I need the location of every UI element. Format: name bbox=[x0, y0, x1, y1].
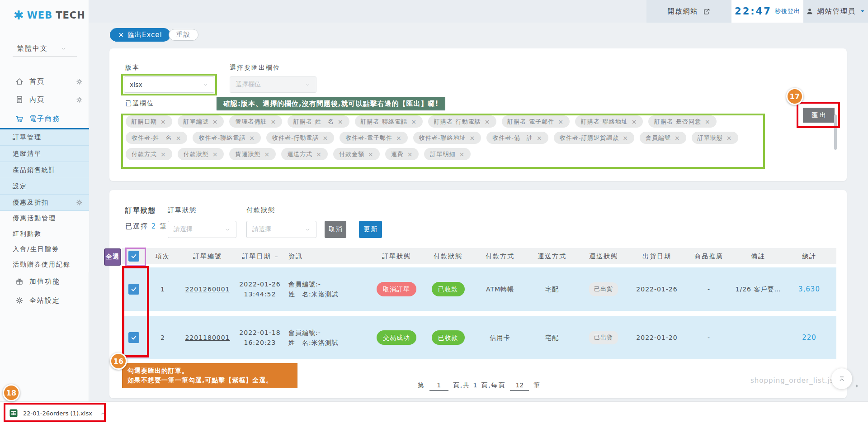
remove-tag-icon[interactable]: × bbox=[212, 151, 218, 158]
page-number-input[interactable] bbox=[429, 380, 448, 391]
reset-button[interactable]: 重設 bbox=[169, 29, 198, 41]
order-number-link[interactable]: 2201260001 bbox=[185, 286, 230, 293]
remove-tag-icon[interactable]: × bbox=[212, 118, 218, 125]
row-checkbox[interactable] bbox=[128, 332, 139, 343]
field-tag[interactable]: 收件者-聯絡地址× bbox=[413, 132, 481, 144]
logo[interactable]: ✱ WEB TECH bbox=[14, 9, 85, 21]
field-tag[interactable]: 收件者-備 註× bbox=[486, 132, 548, 144]
sidebar-item-0[interactable]: 首頁 bbox=[0, 72, 89, 91]
remove-tag-icon[interactable]: × bbox=[396, 134, 402, 142]
update-button[interactable]: 更新 bbox=[359, 221, 382, 238]
scroll-right-arrow-icon[interactable] bbox=[854, 383, 860, 389]
sidebar-item-9[interactable]: 紅利點數 bbox=[0, 226, 89, 242]
version-select[interactable]: xlsx bbox=[124, 76, 214, 93]
field-tag[interactable]: 收件者-姓 名× bbox=[126, 132, 187, 144]
gear-icon[interactable] bbox=[75, 78, 83, 86]
remove-tag-icon[interactable]: × bbox=[705, 118, 711, 125]
field-tag[interactable]: 訂購者-電子郵件× bbox=[502, 115, 570, 128]
downloaded-file-item[interactable]: 22-01-26orders (1).xlsx bbox=[9, 402, 106, 424]
sidebar-item-6[interactable]: 設定 bbox=[0, 178, 89, 195]
select-all-checkbox[interactable] bbox=[128, 251, 139, 262]
field-tag[interactable]: 訂購者-聯絡地址× bbox=[575, 115, 643, 128]
field-tag[interactable]: 收件者-聯絡電話× bbox=[193, 132, 260, 144]
field-tag[interactable]: 收件者-行動電話× bbox=[266, 132, 334, 144]
remove-tag-icon[interactable]: × bbox=[160, 118, 166, 125]
remove-tag-icon[interactable]: × bbox=[264, 151, 270, 158]
remove-tag-icon[interactable]: × bbox=[632, 118, 637, 125]
export-button[interactable]: 匯出 bbox=[803, 108, 835, 123]
remove-tag-icon[interactable]: × bbox=[176, 134, 182, 142]
field-tag[interactable]: 訂單編號× bbox=[178, 115, 224, 128]
field-tag[interactable]: 訂購者-姓 名× bbox=[288, 115, 349, 128]
remove-tag-icon[interactable]: × bbox=[726, 134, 732, 142]
scrollbar-thumb[interactable] bbox=[834, 114, 837, 150]
field-tag[interactable]: 訂購者-行動電話× bbox=[428, 115, 496, 128]
remove-tag-icon[interactable]: × bbox=[485, 118, 491, 125]
field-tag[interactable]: 會員編號× bbox=[640, 132, 686, 144]
field-tag[interactable]: 付款金額× bbox=[333, 148, 380, 160]
remove-tag-icon[interactable]: × bbox=[407, 151, 413, 158]
field-tag[interactable]: 貨運狀態× bbox=[229, 148, 276, 160]
fields-select[interactable]: 選擇欄位 bbox=[230, 76, 316, 93]
field-tag[interactable]: 收件者-電子郵件× bbox=[340, 132, 407, 144]
field-tag[interactable]: 付款狀態× bbox=[178, 148, 224, 160]
external-link-icon bbox=[703, 8, 711, 15]
sort-indicator-icon[interactable]: – bbox=[275, 252, 278, 260]
admin-menu[interactable]: 網站管理員 bbox=[803, 0, 868, 23]
field-tag[interactable]: 訂購者-聯絡電話× bbox=[355, 115, 423, 128]
language-selector[interactable]: 繁體中文 bbox=[17, 44, 66, 53]
remove-tag-icon[interactable]: × bbox=[459, 151, 465, 158]
remove-tag-icon[interactable]: × bbox=[270, 118, 276, 125]
remove-tag-icon[interactable]: × bbox=[316, 151, 322, 158]
sidebar-item-label: 內頁 bbox=[29, 95, 45, 104]
sidebar-item-3[interactable]: 訂單管理 bbox=[0, 129, 89, 146]
sidebar-item-1[interactable]: 內頁 bbox=[0, 91, 89, 109]
order-status-select[interactable]: 請選擇 bbox=[168, 221, 236, 238]
sidebar-item-4[interactable]: 追蹤清單 bbox=[0, 146, 89, 162]
remove-tag-icon[interactable]: × bbox=[249, 134, 255, 142]
field-tag[interactable]: 訂單明細× bbox=[424, 148, 471, 160]
payment-status-filter-label: 付款狀態 bbox=[246, 206, 275, 214]
sidebar-item-2[interactable]: 電子商務 bbox=[0, 110, 89, 129]
row-checkbox[interactable] bbox=[128, 284, 139, 295]
scroll-to-top-button[interactable] bbox=[831, 368, 852, 389]
field-tag[interactable]: 管理者備註× bbox=[229, 115, 282, 128]
sidebar-item-12[interactable]: 加值功能 bbox=[0, 272, 89, 291]
cancel-button[interactable]: 取消 bbox=[325, 221, 346, 238]
remove-tag-icon[interactable]: × bbox=[469, 134, 475, 142]
remove-tag-icon[interactable]: × bbox=[623, 134, 628, 142]
column-header[interactable]: 訂單日期– bbox=[235, 251, 285, 261]
field-tag[interactable]: 收件者-訂購退貨調款× bbox=[554, 132, 634, 144]
remove-tag-icon[interactable]: × bbox=[338, 118, 344, 125]
export-excel-button[interactable]: 匯出Excel bbox=[110, 28, 170, 42]
field-tag-label: 訂購者-行動電話 bbox=[434, 118, 481, 126]
field-tag[interactable]: 訂購日期× bbox=[126, 115, 172, 128]
order-number-link[interactable]: 2201180001 bbox=[185, 334, 230, 341]
open-site-button[interactable]: 開啟網站 bbox=[646, 0, 731, 23]
field-tag[interactable]: 訂單狀態× bbox=[692, 132, 738, 144]
remove-tag-icon[interactable]: × bbox=[537, 134, 542, 142]
payment-status-select[interactable]: 請選擇 bbox=[246, 221, 316, 238]
remove-tag-icon[interactable]: × bbox=[411, 118, 417, 125]
sidebar-item-11[interactable]: 活動贈券使用紀錄 bbox=[0, 257, 89, 272]
field-tag[interactable]: 運費× bbox=[385, 148, 419, 160]
remove-tag-icon[interactable]: × bbox=[675, 134, 680, 142]
gear-icon[interactable] bbox=[75, 199, 83, 206]
gear-icon[interactable] bbox=[75, 96, 83, 104]
sidebar-item-label: 全站設定 bbox=[29, 296, 60, 305]
downloaded-filename: 22-01-26orders (1).xlsx bbox=[23, 410, 92, 417]
sidebar-item-10[interactable]: 入會/生日贈券 bbox=[0, 242, 89, 257]
remove-tag-icon[interactable]: × bbox=[558, 118, 564, 125]
field-tag[interactable]: 運送方式× bbox=[281, 148, 328, 160]
chevron-up-icon[interactable] bbox=[100, 410, 106, 416]
sidebar-item-13[interactable]: 全站設定 bbox=[0, 291, 89, 310]
sidebar-item-5[interactable]: 產品銷售統計 bbox=[0, 162, 89, 178]
sidebar-item-7[interactable]: 優惠及折扣 bbox=[0, 195, 89, 211]
field-tag[interactable]: 付款方式× bbox=[126, 148, 172, 160]
per-page-input[interactable] bbox=[510, 380, 529, 391]
remove-tag-icon[interactable]: × bbox=[160, 151, 166, 158]
field-tag[interactable]: 訂購者-是否同意× bbox=[648, 115, 716, 128]
remove-tag-icon[interactable]: × bbox=[368, 151, 374, 158]
remove-tag-icon[interactable]: × bbox=[323, 134, 329, 142]
sidebar-item-8[interactable]: 優惠活動管理 bbox=[0, 211, 89, 226]
